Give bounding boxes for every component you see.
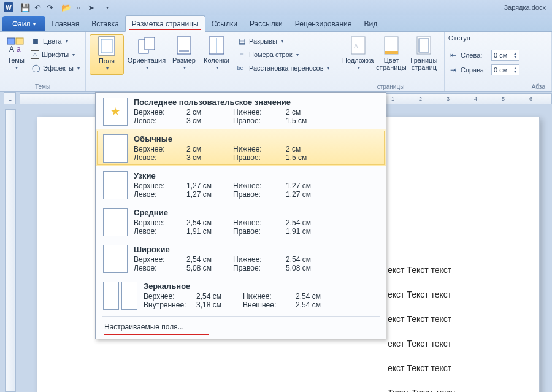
indent-left-input[interactable]: 0 см▲▼ <box>491 50 519 61</box>
tab-insert[interactable]: Вставка <box>85 16 125 31</box>
indent-left-label: Слева: <box>461 52 489 59</box>
qat-customize-icon[interactable]: ▾ <box>102 2 112 12</box>
margins-option-normal[interactable]: Обычные Верхнее:2 смНижнее:2 см Левое:3 … <box>96 129 386 166</box>
word-app-icon: W <box>4 2 13 12</box>
svg-text:A: A <box>354 43 358 50</box>
vertical-ruler[interactable] <box>5 109 16 392</box>
indent-left-icon: ⇤ <box>448 50 458 60</box>
margins-option-last-custom[interactable]: ★ Последнее пользовательское значение Ве… <box>96 93 386 129</box>
margin-preset-icon <box>103 134 128 163</box>
tab-references[interactable]: Ссылки <box>205 16 243 31</box>
ribbon-tabbar: Файл▾ Главная Вставка Разметка страницы … <box>0 15 552 32</box>
group-themes: Aa Темы▾ ◼Цвета▾ AШрифты▾ ◯Эффекты▾ Темы <box>0 32 86 91</box>
breaks-icon: ▤ <box>237 36 247 46</box>
spinner-icon[interactable]: ▲▼ <box>513 66 517 74</box>
page-borders-icon <box>414 36 434 55</box>
paragraph-corner: Абза <box>448 82 548 90</box>
group-page-setup: Поля▾ Ориентация▾ Размер▾ Колонки▾ ▤Разр… <box>86 32 337 91</box>
indent-right-input[interactable]: 0 см▲▼ <box>491 64 519 75</box>
margins-icon <box>97 36 117 56</box>
margin-preset-icon <box>103 245 128 273</box>
size-button[interactable]: Размер▾ <box>169 34 199 75</box>
group-page-background: A Подложка▾ Цвет страницы Границы страни… <box>337 32 445 91</box>
line-numbers-icon: ≡ <box>237 50 247 60</box>
columns-button[interactable]: Колонки▾ <box>200 34 233 75</box>
columns-icon <box>207 36 226 55</box>
document-title: Зарядка.docx <box>504 4 546 11</box>
tab-home[interactable]: Главная <box>45 16 86 31</box>
hyphenation-button[interactable]: bc⁻Расстановка переносов▾ <box>237 61 329 75</box>
custom-margins-link[interactable]: Настраиваемые поля... <box>96 317 386 339</box>
tab-view[interactable]: Вид <box>358 16 383 31</box>
document-text: екст Текст текст екст Текст текст екст Т… <box>388 258 456 392</box>
page-color-icon <box>381 36 401 55</box>
svg-rect-0 <box>7 38 15 44</box>
page-borders-button[interactable]: Границы страниц <box>408 34 440 72</box>
svg-rect-7 <box>145 37 155 50</box>
watermark-icon: A <box>348 36 368 55</box>
size-icon <box>174 36 194 55</box>
save-icon[interactable]: 💾 <box>20 2 30 12</box>
page-color-button[interactable]: Цвет страницы <box>375 34 407 72</box>
line-numbers-button[interactable]: ≡Номера строк▾ <box>237 48 329 61</box>
tab-page-layout[interactable]: Разметка страницы <box>125 15 205 32</box>
tab-selector[interactable]: L <box>4 92 16 104</box>
margins-option-mirrored[interactable]: Зеркальное Верхнее:2,54 смНижнее:2,54 см… <box>96 277 386 313</box>
pointer-icon[interactable]: ➤ <box>86 2 96 12</box>
theme-fonts-button[interactable]: AШрифты▾ <box>31 48 80 61</box>
margins-option-moderate[interactable]: Средние Верхнее:2,54 смНижнее:2,54 см Ле… <box>96 203 386 240</box>
group-label-page-bg: страницы <box>341 82 440 90</box>
title-bar: W 💾 ↶ ↷ 📂 ▫ ➤ ▾ Зарядка.docx <box>0 0 552 15</box>
margins-option-wide[interactable]: Широкие Верхнее:2,54 смНижнее:2,54 см Ле… <box>96 240 386 277</box>
tab-review[interactable]: Рецензирование <box>289 16 358 31</box>
open-folder-icon[interactable]: 📂 <box>61 2 71 12</box>
orientation-icon <box>137 36 156 55</box>
star-icon: ★ <box>110 105 120 118</box>
redo-icon[interactable]: ↷ <box>45 2 55 12</box>
theme-colors-button[interactable]: ◼Цвета▾ <box>31 34 80 48</box>
margins-option-narrow[interactable]: Узкие Верхнее:1,27 смНижнее:1,27 см Лево… <box>96 166 386 203</box>
svg-rect-15 <box>385 51 398 54</box>
themes-button[interactable]: Aa Темы▾ <box>4 34 28 75</box>
margin-preset-icon <box>103 282 119 310</box>
group-label-page-setup <box>90 82 333 90</box>
fonts-icon: A <box>31 50 39 59</box>
watermark-button[interactable]: A Подложка▾ <box>341 34 375 72</box>
breaks-button[interactable]: ▤Разрывы▾ <box>237 34 329 48</box>
new-doc-icon[interactable]: ▫ <box>74 2 83 12</box>
hyphenation-icon: bc⁻ <box>237 63 247 73</box>
group-label-themes: Темы <box>4 82 82 90</box>
margin-preset-icon <box>103 208 128 236</box>
margins-button[interactable]: Поля▾ <box>90 34 124 75</box>
svg-rect-1 <box>16 38 23 44</box>
indent-right-label: Справа: <box>461 66 489 74</box>
group-indent: Отступ ⇤ Слева: 0 см▲▼ ⇥ Справа: 0 см▲▼ … <box>445 32 552 91</box>
svg-text:a: a <box>17 45 21 53</box>
colors-icon: ◼ <box>31 36 40 46</box>
svg-rect-8 <box>177 37 191 54</box>
margins-dropdown: ★ Последнее пользовательское значение Ве… <box>95 92 386 339</box>
undo-icon[interactable]: ↶ <box>33 2 42 12</box>
indent-heading: Отступ <box>448 34 548 42</box>
margin-preset-icon <box>121 282 137 310</box>
ribbon: Aa Темы▾ ◼Цвета▾ AШрифты▾ ◯Эффекты▾ Темы… <box>0 32 552 92</box>
svg-text:A: A <box>9 45 14 53</box>
themes-icon: Aa <box>6 36 26 55</box>
orientation-button[interactable]: Ориентация▾ <box>125 34 168 75</box>
tab-mailings[interactable]: Рассылки <box>243 16 289 31</box>
effects-icon: ◯ <box>31 63 40 73</box>
indent-right-icon: ⇥ <box>448 65 458 75</box>
spinner-icon[interactable]: ▲▼ <box>513 52 517 59</box>
tab-file[interactable]: Файл▾ <box>2 16 45 31</box>
margin-preset-icon <box>103 171 128 199</box>
theme-effects-button[interactable]: ◯Эффекты▾ <box>31 61 80 75</box>
margin-preset-icon: ★ <box>103 98 128 126</box>
